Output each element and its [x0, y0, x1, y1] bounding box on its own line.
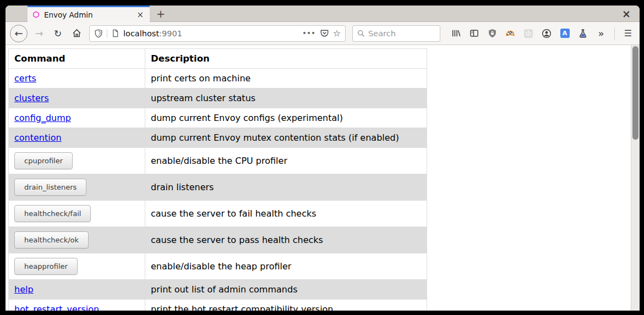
command-button[interactable]: cpuprofiler [14, 152, 73, 169]
tab-envoy-admin[interactable]: Envoy Admin × [28, 5, 150, 22]
command-cell: certs [9, 69, 145, 89]
tab-title: Envoy Admin [44, 10, 131, 19]
shield-lock-icon [488, 29, 497, 38]
library-button[interactable] [449, 26, 463, 41]
command-link[interactable]: help [14, 284, 34, 295]
table-row: hot_restart_version print the hot restar… [9, 300, 427, 311]
translate-extension-icon: A [560, 29, 570, 38]
command-button[interactable]: healthcheck/fail [14, 205, 91, 222]
command-cell: clusters [9, 89, 145, 108]
page-content: Command Description certs print certs on… [6, 45, 640, 311]
envoy-favicon-hexagon-icon [32, 11, 40, 18]
admin-command-table: Command Description certs print certs on… [8, 48, 427, 311]
description-cell: print the hot restart compatibility vers… [145, 300, 427, 311]
flask-extension-icon [578, 29, 588, 38]
extension-shield-lock-button[interactable] [485, 26, 499, 41]
privacy-badger-icon [505, 29, 515, 38]
command-cell: healthcheck/ok [9, 227, 145, 253]
extension-flower-button[interactable] [521, 26, 536, 41]
command-link[interactable]: config_dump [14, 113, 71, 123]
tracking-protection-shield-icon[interactable] [94, 29, 103, 38]
account-person-icon [542, 29, 552, 38]
command-cell: config_dump [9, 108, 145, 128]
account-button[interactable] [539, 26, 554, 41]
command-button[interactable]: drain_listeners [14, 179, 86, 196]
table-row: help print out list of admin commands [9, 280, 427, 300]
overflow-chevrons-icon[interactable]: » [594, 26, 608, 41]
command-cell: contention [9, 128, 145, 148]
command-button[interactable]: heapprofiler [14, 258, 78, 275]
page-info-document-icon[interactable] [111, 29, 119, 37]
table-row: heapprofiler enable/disable the heap pro… [9, 253, 427, 280]
window-close-icon[interactable]: × [613, 5, 640, 21]
table-row: certs print certs on machine [9, 69, 427, 89]
command-link[interactable]: certs [14, 73, 36, 84]
description-cell: print out list of admin commands [145, 280, 427, 300]
search-box[interactable] [352, 25, 440, 42]
description-cell: dump current Envoy mutex contention stat… [145, 128, 427, 148]
flower-extension-icon [523, 29, 533, 38]
table-row: clusters upstream cluster status [9, 89, 427, 108]
browser-window: Envoy Admin × + × ← → ↻ l [6, 5, 640, 311]
forward-button[interactable]: → [32, 26, 46, 41]
vertical-scrollbar[interactable] [631, 45, 640, 311]
description-cell: print certs on machine [145, 69, 427, 89]
home-button[interactable] [69, 26, 84, 41]
flask-extension-button[interactable] [576, 26, 590, 41]
command-column-header: Command [9, 49, 145, 69]
url-host: localhost [123, 29, 159, 38]
toolbar-separator [614, 27, 615, 40]
command-cell: healthcheck/fail [9, 201, 145, 227]
description-cell: cause the server to fail health checks [145, 201, 427, 227]
home-icon [72, 29, 81, 38]
titlebar-spacer [6, 5, 28, 21]
url-bar[interactable]: localhost:9901 ••• ☆ [89, 25, 346, 42]
sidebar-icon [470, 29, 479, 38]
table-row: contention dump current Envoy mutex cont… [9, 128, 427, 148]
description-cell: cause the server to pass health checks [145, 227, 427, 253]
command-cell: heapprofiler [9, 253, 145, 280]
url-port: :9901 [159, 29, 182, 38]
table-row: config_dump dump current Envoy configs (… [9, 108, 427, 128]
pocket-save-icon[interactable] [320, 29, 329, 38]
table-row: healthcheck/ok cause the server to pass … [9, 227, 427, 253]
back-button[interactable]: ← [10, 25, 28, 42]
new-tab-button[interactable]: + [150, 5, 172, 21]
tab-strip: Envoy Admin × + × [6, 5, 640, 22]
sidebars-button[interactable] [467, 26, 481, 41]
description-cell: drain listeners [145, 174, 427, 201]
table-row: drain_listeners drain listeners [9, 174, 427, 201]
description-column-header: Description [145, 49, 427, 69]
url-text[interactable]: localhost:9901 [123, 29, 182, 38]
urlbar-divider [107, 29, 107, 38]
command-cell: hot_restart_version [9, 300, 145, 311]
tab-close-icon[interactable]: × [135, 10, 145, 20]
toolbar-right-icons: A » ☰ [449, 26, 635, 41]
library-icon [451, 29, 461, 38]
table-header-row: Command Description [9, 49, 427, 69]
command-cell: drain_listeners [9, 174, 145, 201]
description-cell: upstream cluster status [145, 89, 427, 108]
translate-extension-button[interactable]: A [558, 26, 572, 41]
command-table-body: certs print certs on machine clusters up… [9, 69, 427, 311]
command-link[interactable]: contention [14, 132, 62, 143]
bookmark-star-icon[interactable]: ☆ [333, 28, 341, 38]
hamburger-menu-icon[interactable]: ☰ [621, 26, 635, 41]
table-row: cpuprofiler enable/disable the CPU profi… [9, 148, 427, 174]
search-icon [357, 30, 365, 37]
navigation-toolbar: ← → ↻ localhost:9901 ••• [6, 22, 640, 45]
table-row: healthcheck/fail cause the server to fai… [9, 201, 427, 227]
page-actions-icon[interactable]: ••• [303, 30, 316, 37]
description-cell: enable/disable the heap profiler [145, 253, 427, 280]
command-button[interactable]: healthcheck/ok [14, 231, 89, 248]
reload-button[interactable]: ↻ [51, 26, 65, 41]
privacy-badger-button[interactable] [503, 26, 517, 41]
description-cell: dump current Envoy configs (experimental… [145, 108, 427, 128]
envoy-admin-page: Command Description certs print certs on… [6, 45, 631, 311]
command-link[interactable]: hot_restart_version [14, 304, 99, 311]
command-cell: help [9, 280, 145, 300]
description-cell: enable/disable the CPU profiler [145, 148, 427, 174]
search-input[interactable] [368, 29, 423, 38]
scrollbar-thumb[interactable] [632, 46, 638, 140]
command-link[interactable]: clusters [14, 93, 49, 103]
